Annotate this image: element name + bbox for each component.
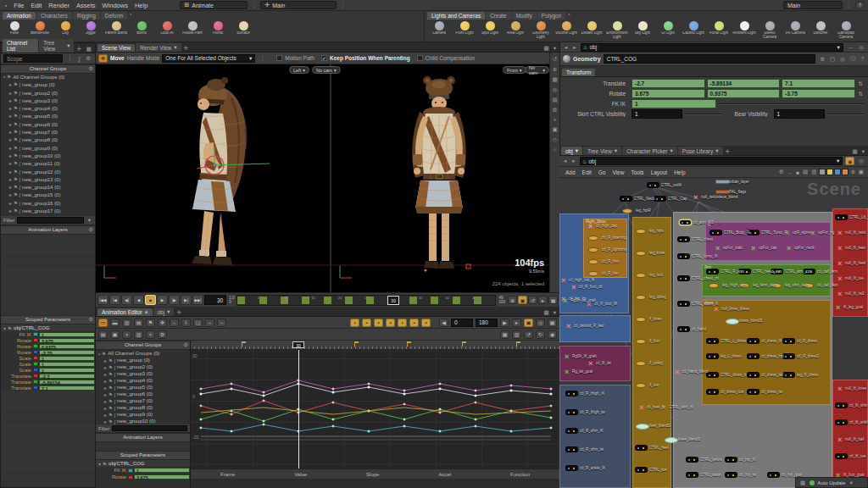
network-node[interactable] [566,466,577,470]
ae-channel-group-item[interactable]: ▸ ⚑ ʃnew_group5 (0) [96,384,190,391]
network-node[interactable]: × [751,246,755,251]
ae-key-button[interactable]: ▪ [409,319,419,327]
network-node[interactable]: × [837,291,842,297]
ae-key-button[interactable]: ▪ [350,319,359,327]
playbar-option-icon[interactable]: ▸ [538,296,548,304]
channel-group-item[interactable]: ▸ ⚑ ʃnew_group8 (0) [1,136,95,144]
network-node[interactable] [726,319,739,324]
shelf-tool-spot-light[interactable]: Spot Light [477,19,503,42]
transport-button[interactable]: ◀ [133,295,144,305]
ae-toggle-icon[interactable]: ▸ [512,319,521,327]
network-node[interactable] [707,339,718,343]
network-node[interactable]: × [693,195,698,200]
shelf-tool-volume-light[interactable]: Volume Light [554,19,579,42]
transport-button[interactable]: ▶▶| [192,295,203,305]
scoped-parameter-value[interactable]: 0.9375 [39,344,95,349]
scoped-parameter-row[interactable]: Scale1 [1,361,95,367]
network-box[interactable]: R [705,222,831,261]
ae-tool-icon[interactable]: Ⅰ [181,319,191,327]
network-node[interactable]: × [837,230,842,236]
shelf-tool-gamepad-camera[interactable]: Gamepad Camera [833,19,859,42]
scoped-parameter-row[interactable]: Translate-5.89134 [1,379,95,385]
scoped-parameter-row[interactable]: Scale1 [1,367,95,373]
main-network-selector[interactable]: ✛ Main [260,1,337,9]
network-node[interactable] [726,458,737,462]
network-node[interactable] [648,183,659,187]
translate-x-field[interactable]: -2.7 [632,79,705,88]
params-header-icon[interactable]: ⓘ [849,55,858,63]
network-node[interactable]: × [714,307,718,312]
shelf-tab-modify[interactable]: Modify [512,12,537,19]
scoped-parameter-value[interactable]: -5.89134 [39,380,95,385]
gear-icon[interactable]: ⚙ [89,316,93,324]
ae-channel-group-item[interactable]: ▪ ⚑All Channel Groups (0) [96,350,190,357]
network-node[interactable] [636,468,647,472]
network-node[interactable] [588,259,598,264]
bear-visibility-slider[interactable] [826,114,865,115]
channel-group-item[interactable]: ▸ ⚑ ʃnew_group5 (0) [1,113,95,120]
network-node[interactable]: × [837,276,842,281]
ae-channel-group-item[interactable]: ▸ ⚑ ʃnew_group8 (0) [96,404,190,411]
net-menu-tools[interactable]: Tools [627,169,647,175]
ae-tool2-icon[interactable]: ⚙ [158,330,167,339]
node-name-field[interactable]: CTRL_COG [604,54,816,64]
channel-group-item[interactable]: ▸ ⚑ ʃnew_group13 (0) [1,176,95,184]
timeline[interactable]: 5101520253035404530 [236,295,496,306]
menu-dots2[interactable]: ⋮ [338,2,348,8]
network-node[interactable]: × [565,354,569,359]
transport-button[interactable]: |◀◀ [97,295,108,305]
scene-viewport[interactable]: Left▾ No cam▾ Front▾ No cam▾ 104fps 9.59… [96,64,549,292]
toolbar-dots[interactable]: ⋮ [258,55,267,62]
viewport-tool-icon[interactable]: ◇ [553,136,557,143]
snapshot-icon[interactable]: ◎ [857,158,865,164]
channel-group-item[interactable]: ▸ ⚑ ʃnew_group9 (0) [1,145,95,152]
viewport-tool-icon[interactable]: ▣ [552,126,557,133]
shelf-tool-environment-light[interactable]: Environment Light [604,19,630,42]
transport-button[interactable]: |◀ [109,295,120,305]
channel-group-item[interactable]: ▸ ⚑ ʃnew_group17 (0) [1,208,95,215]
shelf-tool-ambient-light[interactable]: Ambient Light [732,19,757,42]
network-node[interactable]: × [565,369,569,374]
shelf-tool-portal-light[interactable]: Portal Light [706,19,732,42]
pin-icon[interactable]: ◉ [845,157,854,165]
filter-input[interactable] [17,217,83,224]
rotate-x-field[interactable]: 3.675 [632,89,705,98]
menu-file[interactable]: File [10,2,27,9]
ae-prev-icon[interactable]: ◀ [439,319,448,327]
shelf-tool-switcher[interactable]: Switcher [808,19,833,42]
ae-tool2-icon[interactable]: ▣ [110,330,120,339]
network-node[interactable] [566,410,577,414]
channel-group-item[interactable]: ▸ ⚑ ʃnew_group4 (0) [1,105,95,113]
ae-view-icon[interactable]: ◉ [548,330,557,339]
ae-next-icon[interactable]: ▶ [500,319,509,327]
network-node[interactable] [588,271,598,276]
viewport-tool-icon[interactable]: ◎ [553,86,558,93]
ae-channel-group-item[interactable]: ▸ ⚑ ʃnew_group6 (0) [96,391,190,397]
ae-tool-icon[interactable]: ◲ [193,319,203,327]
network-node[interactable] [678,302,689,306]
transport-button[interactable]: ◀| [121,295,132,305]
shelf-tool-look-at[interactable]: Look At [154,19,180,42]
pane-menu-icon[interactable]: ▦ [85,46,93,53]
network-node[interactable] [748,354,759,358]
network-node[interactable] [783,373,794,377]
network-node[interactable] [783,339,794,343]
network-node[interactable] [636,229,646,234]
network-node[interactable]: × [715,246,720,251]
shelf-tool-follow-path[interactable]: Follow Path [180,19,205,42]
shelf-tab-animation[interactable]: Animation [3,12,36,19]
ladder-icon[interactable]: ⇅ [857,91,865,97]
pane-menu-icon[interactable]: ▦ [851,148,860,155]
ae-view-icon[interactable]: ▦ [500,330,509,339]
scope-input[interactable]: Scope [3,54,63,63]
tab-render-view[interactable]: Render View▾ [136,43,181,52]
ae-scoped-row[interactable]: Rotate3.675 [96,474,190,480]
network-node[interactable] [836,454,847,458]
translate-y-field[interactable]: -5.89134 [707,79,781,88]
range-end[interactable]: 49100 [497,296,507,304]
pane-menu-icon[interactable]: ▦ [542,309,551,316]
net-menu-go[interactable]: Go [595,169,609,175]
scoped-parameter-value[interactable]: 3.675 [39,338,95,343]
network-node[interactable] [783,354,794,358]
network-node[interactable] [654,197,665,201]
